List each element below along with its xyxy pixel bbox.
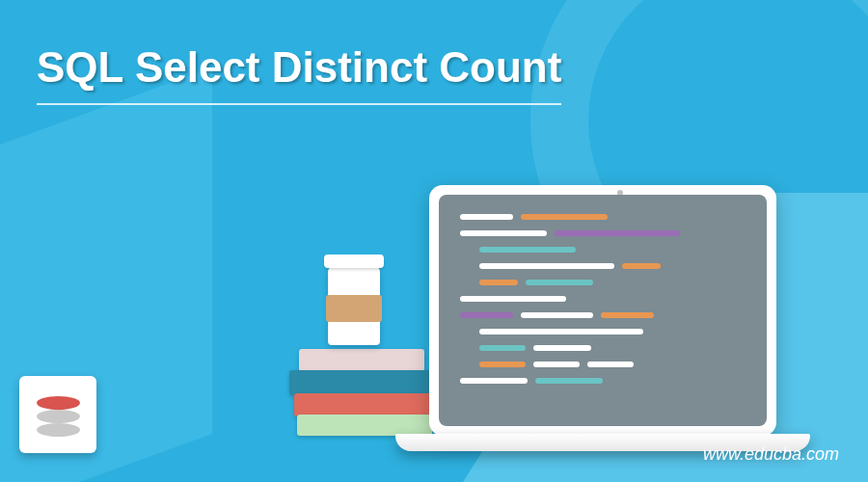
sql-server-logo-box xyxy=(19,376,96,453)
sql-server-icon xyxy=(32,388,85,442)
book-red xyxy=(294,393,434,416)
watermark-text: www.educba.com xyxy=(703,444,839,465)
laptop-bezel xyxy=(429,185,776,436)
laptop xyxy=(429,185,810,451)
laptop-screen xyxy=(439,195,767,426)
book-blue xyxy=(289,370,434,395)
book-stack xyxy=(289,349,434,436)
coffee-cup xyxy=(328,266,380,345)
book-green xyxy=(297,415,432,436)
page-title: SQL Select Distinct Count xyxy=(37,43,561,105)
book-pink xyxy=(299,349,424,372)
